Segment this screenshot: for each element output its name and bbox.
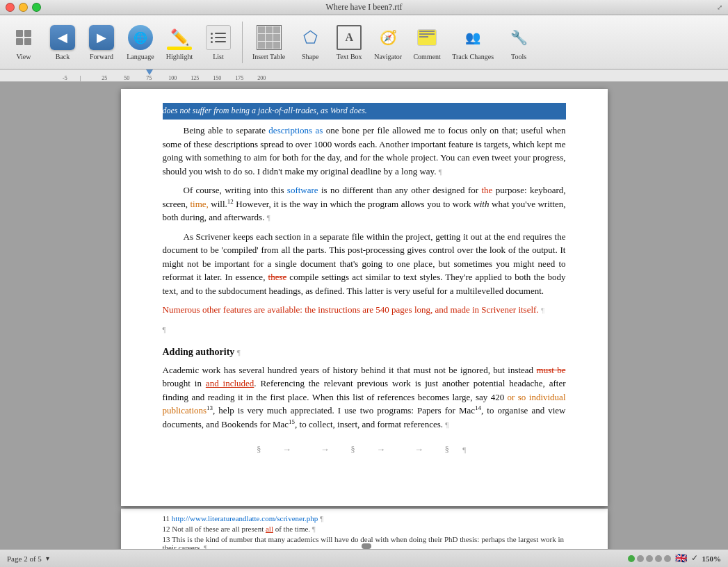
tools-label: Tools — [511, 53, 526, 60]
maximize-button[interactable] — [32, 3, 41, 12]
horizontal-scroll-thumb[interactable] — [362, 543, 371, 549]
toolbar: View ◀ Back ▶ Forward 🌐 Language ✏️ High… — [0, 15, 728, 69]
resize-icon: ⤢ — [717, 3, 722, 11]
titlebar: Where have I been?.rtf ⤢ — [0, 0, 728, 15]
language-button[interactable]: 🌐 Language — [122, 21, 159, 63]
comment-icon — [413, 24, 441, 51]
close-button[interactable] — [6, 3, 15, 12]
view-button[interactable]: View — [6, 21, 42, 63]
para-top: does not suffer from being a jack-of-all… — [163, 103, 566, 120]
back-icon: ◀ — [49, 24, 76, 51]
view-label: View — [16, 53, 31, 60]
list-icon — [204, 24, 232, 51]
shape-icon: ⬠ — [296, 24, 324, 51]
para-2: Being able to separate descriptions as o… — [163, 124, 566, 178]
window-controls — [6, 3, 41, 12]
text-box-button[interactable]: A Text Box — [331, 21, 367, 63]
back-button[interactable]: ◀ Back — [45, 21, 81, 63]
tools-icon: 🔧 — [505, 24, 533, 51]
navigator-icon: 🧭 — [374, 24, 402, 51]
status-dot-2 — [637, 555, 644, 562]
status-dot-3 — [646, 555, 653, 562]
toolbar-separator-1 — [242, 22, 243, 63]
status-dot-4 — [655, 555, 662, 562]
page-arrow: ▾ — [46, 554, 49, 562]
document-page: does not suffer from being a jack-of-all… — [121, 89, 608, 506]
status-icons — [628, 555, 671, 562]
footnote-12: 12 Not all of these are all present all … — [163, 525, 566, 533]
forward-icon: ▶ — [88, 24, 115, 51]
list-button[interactable]: List — [200, 21, 236, 63]
status-dot-5 — [664, 555, 671, 562]
highlight-label: Highlight — [166, 53, 193, 60]
view-icon — [10, 24, 38, 51]
insert-table-icon — [255, 24, 283, 51]
statusbar-right: 🇬🇧 ✓ 150% — [628, 552, 722, 564]
flag-icon: 🇬🇧 — [675, 552, 687, 564]
insert-table-label: Insert Table — [252, 53, 285, 60]
navigator-label: Navigator — [374, 53, 402, 60]
check-icon: ✓ — [691, 553, 698, 564]
track-changes-button[interactable]: 👥 Track Changes — [448, 21, 498, 63]
language-label: Language — [127, 53, 154, 60]
highlight-button[interactable]: ✏️ Highlight — [161, 21, 197, 63]
section-markers: § → → § → → § ¶ — [163, 437, 566, 462]
minimize-button[interactable] — [19, 3, 28, 12]
forward-button[interactable]: ▶ Forward — [83, 21, 120, 63]
text-box-label: Text Box — [337, 53, 362, 60]
list-label: List — [213, 53, 224, 60]
comment-button[interactable]: Comment — [409, 21, 445, 63]
text-box-icon: A — [335, 24, 363, 51]
content-area[interactable]: does not suffer from being a jack-of-all… — [0, 82, 728, 549]
window-title: Where have I been?.rtf — [326, 2, 403, 13]
forward-label: Forward — [90, 53, 113, 60]
ruler: // drawn via CSS below -5 | 25 50 75 100… — [0, 69, 728, 82]
language-icon: 🌐 — [127, 24, 154, 51]
para-4-red: Numerous other features are available: t… — [163, 303, 566, 317]
back-label: Back — [56, 53, 70, 60]
zoom-level: 150% — [702, 554, 722, 563]
page-info: Page 2 of 5 — [7, 554, 42, 563]
track-changes-icon: 👥 — [459, 24, 487, 51]
navigator-button[interactable]: 🧭 Navigator — [370, 21, 406, 63]
statusbar: Page 2 of 5 ▾ 🇬🇧 ✓ 150% — [0, 549, 728, 567]
status-dot-1 — [628, 555, 635, 562]
statusbar-left: Page 2 of 5 ▾ — [7, 554, 49, 563]
comment-label: Comment — [413, 53, 440, 60]
footnote-11: 11 http://www.literatureandlatte.com/scr… — [163, 514, 566, 523]
tools-button[interactable]: 🔧 Tools — [501, 21, 537, 63]
para-4: As Scrivener keeps each section in a sep… — [163, 230, 566, 298]
spacer: ¶ — [163, 322, 566, 334]
track-changes-label: Track Changes — [452, 53, 494, 60]
para-3: Of course, writing into this software is… — [163, 183, 566, 224]
highlight-icon: ✏️ — [165, 24, 193, 51]
shape-label: Shape — [302, 53, 318, 60]
insert-table-button[interactable]: Insert Table — [248, 21, 289, 63]
section-heading-authority: Adding authority ¶ — [163, 345, 566, 359]
para-5: Academic work has several hundred years … — [163, 363, 566, 432]
shape-button[interactable]: ⬠ Shape — [292, 21, 328, 63]
